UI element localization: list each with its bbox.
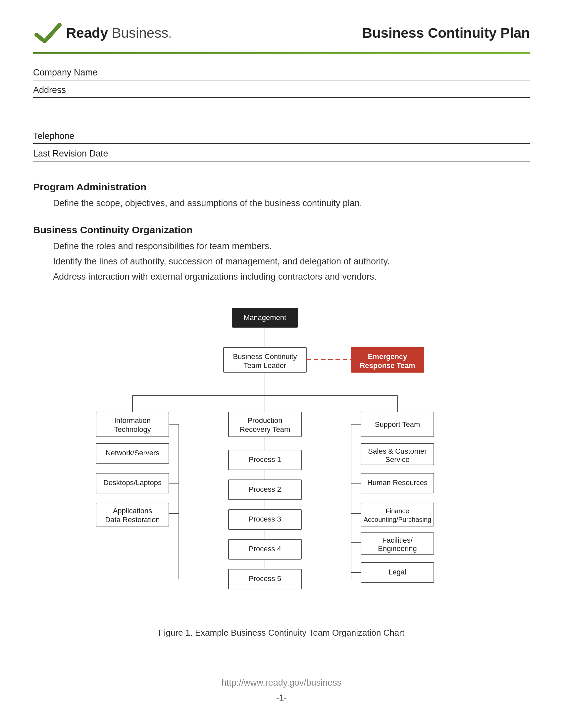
footer-url: http://www.ready.gov/business — [33, 678, 530, 688]
form-section-2: Telephone Last Revision Date — [33, 131, 530, 161]
bcl-label-line2: Team Leader — [244, 361, 286, 370]
it-label-line2: Technology — [114, 425, 151, 433]
bcl-label-line1: Business Continuity — [233, 352, 297, 361]
org-chart-svg-wrapper: Management Business Continuity Team Lead… — [66, 304, 497, 621]
finance-label-line2: Accounting/Purchasing — [364, 516, 432, 523]
company-name-line — [33, 79, 530, 80]
prt-label-line2: Recovery Team — [240, 425, 290, 433]
logo-text: Ready Business. — [66, 25, 171, 41]
header: Ready Business. Business Continuity Plan — [33, 20, 530, 46]
telephone-field: Telephone — [33, 131, 530, 144]
form-section-1: Company Name Address — [33, 68, 530, 98]
revision-date-field: Last Revision Date — [33, 149, 530, 161]
support-label: Support Team — [375, 420, 420, 429]
facilities-label-line2: Engineering — [378, 544, 417, 553]
program-admin-section: Program Administration Define the scope,… — [33, 181, 530, 211]
footer: http://www.ready.gov/business -1- — [33, 678, 530, 703]
process1-label: Process 1 — [249, 455, 281, 464]
program-admin-title: Program Administration — [33, 181, 530, 193]
desktops-label: Desktops/Laptops — [103, 478, 162, 487]
prt-label-line1: Production — [247, 416, 282, 425]
sales-label-line2: Service — [385, 455, 409, 464]
page-title: Business Continuity Plan — [362, 25, 530, 41]
finance-label-line1: Finance — [386, 507, 409, 515]
bco-title: Business Continuity Organization — [33, 224, 530, 236]
apps-label-line2: Data Restoration — [105, 516, 160, 524]
facilities-label-line1: Facilities/ — [382, 536, 413, 544]
revision-date-line — [33, 160, 530, 161]
address-line — [33, 97, 530, 98]
program-admin-body: Define the scope, objectives, and assump… — [53, 196, 530, 211]
figure-caption: Figure 1. Example Business Continuity Te… — [159, 628, 404, 638]
apps-label-line1: Applications — [113, 507, 152, 515]
bco-section: Business Continuity Organization Define … — [33, 224, 530, 285]
header-divider — [33, 52, 530, 54]
footer-page-number: -1- — [33, 693, 530, 703]
process3-label: Process 3 — [249, 515, 281, 523]
address-field: Address — [33, 85, 530, 98]
sales-label-line1: Sales & Customer — [368, 447, 427, 455]
process5-label: Process 5 — [249, 574, 281, 583]
legal-label: Legal — [389, 568, 406, 576]
ert-label-line1: Emergency — [368, 352, 407, 361]
process4-label: Process 4 — [249, 545, 281, 553]
org-chart: Management Business Continuity Team Lead… — [33, 304, 530, 658]
network-label: Network/Servers — [106, 449, 160, 457]
telephone-line — [33, 143, 530, 144]
management-label: Management — [244, 313, 286, 322]
company-name-field: Company Name — [33, 68, 530, 80]
bco-body: Define the roles and responsibilities fo… — [53, 239, 530, 285]
logo-area: Ready Business. — [33, 20, 171, 46]
ready-logo-icon — [33, 20, 63, 46]
ert-label-line2: Response Team — [360, 361, 415, 370]
process2-label: Process 2 — [249, 485, 281, 493]
it-label-line1: Information — [114, 416, 151, 425]
hr-label: Human Resources — [367, 478, 428, 487]
